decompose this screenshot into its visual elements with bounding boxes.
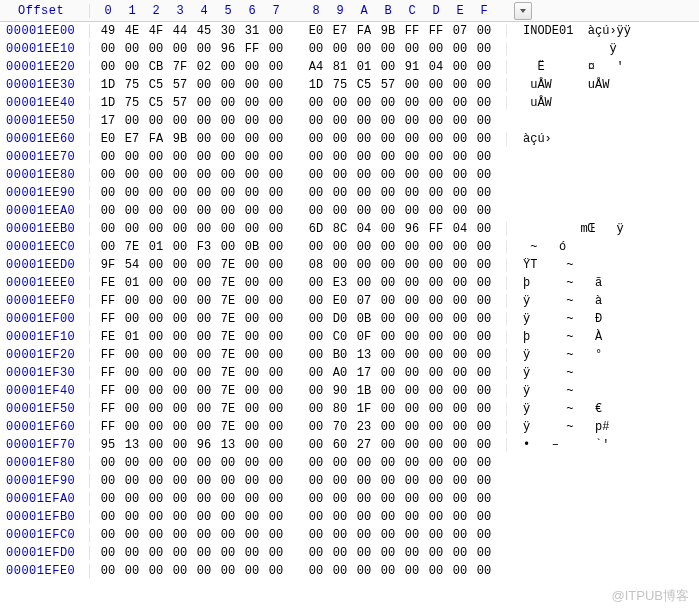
hex-byte[interactable]: 00 <box>376 222 400 236</box>
hex-byte[interactable]: 00 <box>264 78 288 92</box>
hex-byte[interactable]: 00 <box>400 150 424 164</box>
hex-byte[interactable]: 00 <box>424 456 448 470</box>
ascii-cell[interactable]: Ë ¤ ' <box>506 60 699 74</box>
hex-byte[interactable]: 00 <box>400 312 424 326</box>
hex-byte[interactable]: 7E <box>216 420 240 434</box>
hex-byte[interactable]: 00 <box>168 438 192 452</box>
hex-byte[interactable]: 00 <box>304 186 328 200</box>
hex-byte[interactable]: 0B <box>240 240 264 254</box>
hex-byte[interactable]: 9B <box>376 24 400 38</box>
hex-byte[interactable]: 00 <box>352 42 376 56</box>
hex-byte[interactable]: 00 <box>144 150 168 164</box>
hex-byte[interactable]: 00 <box>424 402 448 416</box>
hex-byte[interactable]: 00 <box>264 222 288 236</box>
hex-byte[interactable]: 00 <box>216 78 240 92</box>
ascii-cell[interactable]: • – `' <box>506 438 699 452</box>
hex-byte[interactable]: 00 <box>376 168 400 182</box>
hex-byte[interactable]: 00 <box>240 60 264 74</box>
hex-byte[interactable]: 00 <box>448 330 472 344</box>
hex-byte[interactable]: 00 <box>264 294 288 308</box>
hex-byte[interactable]: 00 <box>168 312 192 326</box>
hex-byte[interactable]: 00 <box>376 546 400 560</box>
hex-byte[interactable]: C5 <box>144 96 168 110</box>
hex-byte[interactable]: 00 <box>352 492 376 506</box>
hex-byte[interactable]: 00 <box>448 564 472 578</box>
hex-byte[interactable]: 00 <box>120 222 144 236</box>
hex-byte[interactable]: 00 <box>328 204 352 218</box>
hex-byte[interactable]: 00 <box>304 240 328 254</box>
hex-byte[interactable]: 13 <box>120 438 144 452</box>
hex-byte[interactable]: 00 <box>168 240 192 254</box>
hex-byte[interactable]: C0 <box>328 330 352 344</box>
hex-byte[interactable]: 00 <box>304 384 328 398</box>
offset-cell[interactable]: 00001EE30 <box>0 78 90 92</box>
hex-byte[interactable]: 00 <box>240 276 264 290</box>
hex-byte[interactable]: 00 <box>304 492 328 506</box>
hex-byte[interactable]: 00 <box>424 438 448 452</box>
hex-byte[interactable]: 00 <box>168 348 192 362</box>
hex-byte[interactable]: FF <box>240 42 264 56</box>
hex-byte[interactable]: 00 <box>376 42 400 56</box>
offset-cell[interactable]: 00001EF30 <box>0 366 90 380</box>
hex-byte[interactable]: 1D <box>304 78 328 92</box>
hex-byte[interactable]: 00 <box>352 150 376 164</box>
hex-byte[interactable]: 00 <box>264 438 288 452</box>
offset-cell[interactable]: 00001EEC0 <box>0 240 90 254</box>
hex-byte[interactable]: 00 <box>472 186 496 200</box>
ascii-cell[interactable]: àçú› <box>506 132 699 146</box>
hex-byte[interactable]: 00 <box>328 186 352 200</box>
hex-byte[interactable]: 00 <box>376 240 400 254</box>
hex-byte[interactable]: 00 <box>472 546 496 560</box>
hex-byte[interactable]: 00 <box>216 564 240 578</box>
hex-byte[interactable]: 00 <box>304 168 328 182</box>
hex-byte[interactable]: 00 <box>240 438 264 452</box>
hex-byte[interactable]: 00 <box>448 438 472 452</box>
hex-byte[interactable]: 00 <box>264 240 288 254</box>
hex-byte[interactable]: 01 <box>352 60 376 74</box>
hex-byte[interactable]: 00 <box>216 510 240 524</box>
hex-byte[interactable]: 91 <box>400 60 424 74</box>
hex-byte[interactable]: 00 <box>192 330 216 344</box>
hex-byte[interactable]: 00 <box>472 348 496 362</box>
hex-byte[interactable]: 00 <box>400 546 424 560</box>
hex-byte[interactable]: 00 <box>144 528 168 542</box>
hex-byte[interactable]: 00 <box>304 438 328 452</box>
hex-byte[interactable]: 00 <box>472 456 496 470</box>
hex-byte[interactable]: 00 <box>400 168 424 182</box>
hex-byte[interactable]: 00 <box>376 330 400 344</box>
hex-byte[interactable]: FF <box>424 24 448 38</box>
offset-cell[interactable]: 00001EEE0 <box>0 276 90 290</box>
hex-byte[interactable]: 00 <box>352 474 376 488</box>
hex-byte[interactable]: 00 <box>304 150 328 164</box>
hex-byte[interactable]: 00 <box>240 114 264 128</box>
hex-byte[interactable]: 00 <box>192 78 216 92</box>
hex-byte[interactable]: 00 <box>472 510 496 524</box>
ascii-cell[interactable]: ÿ ~ ° <box>506 348 699 362</box>
hex-byte[interactable]: 00 <box>96 60 120 74</box>
hex-byte[interactable]: 00 <box>400 348 424 362</box>
hex-byte[interactable]: 00 <box>448 456 472 470</box>
hex-byte[interactable]: 80 <box>328 402 352 416</box>
hex-byte[interactable]: 00 <box>400 384 424 398</box>
hex-byte[interactable]: 00 <box>192 222 216 236</box>
hex-byte[interactable]: 00 <box>216 528 240 542</box>
hex-byte[interactable]: 00 <box>264 24 288 38</box>
ascii-cell[interactable]: ŸT ~ <box>506 258 699 272</box>
hex-byte[interactable]: 00 <box>192 150 216 164</box>
hex-byte[interactable]: 00 <box>216 96 240 110</box>
hex-byte[interactable]: 00 <box>424 96 448 110</box>
hex-byte[interactable]: 00 <box>192 528 216 542</box>
hex-byte[interactable]: 00 <box>168 474 192 488</box>
hex-byte[interactable]: 00 <box>168 294 192 308</box>
hex-byte[interactable]: 00 <box>304 114 328 128</box>
hex-byte[interactable]: 00 <box>400 402 424 416</box>
offset-cell[interactable]: 00001EEF0 <box>0 294 90 308</box>
hex-byte[interactable]: 17 <box>352 366 376 380</box>
hex-byte[interactable]: 00 <box>448 366 472 380</box>
offset-cell[interactable]: 00001EEB0 <box>0 222 90 236</box>
hex-byte[interactable]: 00 <box>168 420 192 434</box>
hex-byte[interactable]: 00 <box>192 276 216 290</box>
hex-byte[interactable]: 00 <box>376 384 400 398</box>
hex-byte[interactable]: FF <box>400 24 424 38</box>
ascii-cell[interactable]: þ ~ À <box>506 330 699 344</box>
